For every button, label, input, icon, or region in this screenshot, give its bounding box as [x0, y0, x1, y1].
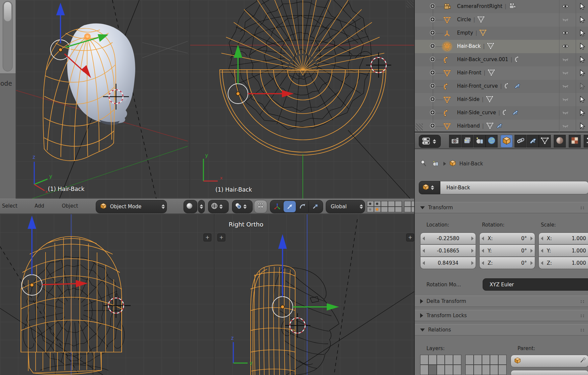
outliner-row-hairband[interactable]: Hairband| — [415, 120, 588, 133]
outliner-row-hair-front[interactable]: Hair-Front| — [415, 66, 588, 80]
outliner-item-name[interactable]: Hair-Back| — [457, 42, 494, 51]
visibility-toggle[interactable] — [562, 109, 569, 118]
manipulator-translate[interactable] — [272, 234, 339, 317]
outliner-item-name[interactable]: Hair-Back_curve.001| — [457, 55, 522, 64]
mode-dropdown[interactable]: Object Mode — [96, 200, 167, 213]
tab-texture[interactable] — [569, 135, 581, 147]
selectability-toggle[interactable] — [578, 29, 586, 38]
object-layers-widget-2[interactable] — [465, 355, 507, 375]
object-id-dropdown[interactable] — [419, 181, 440, 194]
tab-constraints[interactable] — [515, 135, 527, 147]
outliner-row-empty[interactable]: Empty| — [415, 27, 588, 40]
viewport-perspective[interactable]: z y x (1) Hair-Back — [16, 0, 190, 199]
viewport-front[interactable]: + — [0, 214, 214, 375]
tab-scene[interactable] — [474, 135, 486, 147]
selectability-toggle[interactable] — [578, 96, 586, 104]
outliner-item-name[interactable]: Circle| — [457, 16, 485, 24]
expand-icon[interactable] — [430, 44, 436, 51]
location-x-field[interactable]: -0.22580 — [420, 233, 476, 244]
expand-icon[interactable] — [430, 4, 436, 11]
region-expand-button[interactable]: + — [217, 234, 225, 241]
outliner-row-circle[interactable]: Circle| — [415, 13, 588, 27]
panel-relations-header[interactable]: Relations — [415, 324, 588, 335]
selectability-toggle[interactable] — [578, 122, 586, 131]
outliner-row-hair-side[interactable]: Hair-Side| — [415, 93, 588, 106]
eyedropper-icon[interactable] — [580, 357, 586, 365]
layers-widget[interactable] — [367, 201, 402, 212]
manipulator-scale-toggle[interactable] — [309, 201, 321, 212]
menu-add[interactable]: Add — [35, 203, 44, 209]
selectability-toggle[interactable] — [578, 43, 586, 51]
expand-icon[interactable] — [430, 123, 436, 131]
outliner-item-name[interactable]: Hairband| — [457, 122, 503, 131]
editor-type-button[interactable] — [419, 135, 441, 148]
selectability-toggle[interactable] — [578, 109, 586, 118]
tab-object-data[interactable] — [539, 135, 551, 147]
selectability-toggle[interactable] — [578, 3, 586, 11]
visibility-toggle[interactable] — [562, 16, 569, 25]
visibility-toggle[interactable] — [562, 69, 569, 78]
tab-render-layers[interactable] — [461, 135, 473, 147]
selectability-toggle[interactable] — [578, 69, 586, 78]
expand-icon[interactable] — [430, 57, 436, 64]
snap-toggle-button[interactable] — [254, 200, 267, 213]
visibility-toggle[interactable] — [562, 83, 569, 91]
visibility-toggle[interactable] — [562, 43, 569, 51]
rotation-y-field[interactable]: Y:0° — [479, 245, 535, 257]
visibility-toggle[interactable] — [562, 56, 569, 65]
scale-y-field[interactable]: Y:1.000 — [538, 245, 588, 257]
viewport-top[interactable]: y x (1) Hair-Back — [190, 0, 414, 199]
parent-field[interactable] — [511, 355, 588, 367]
panel-transform-header[interactable]: Transform — [415, 202, 588, 213]
outliner-item-name[interactable]: CameraFrontRight| — [457, 2, 516, 11]
selectability-toggle[interactable] — [578, 82, 586, 91]
pin-icon[interactable] — [420, 160, 427, 168]
outliner-row-hair-side-curve[interactable]: Hair-Side_curve| — [415, 106, 588, 120]
menu-select[interactable]: Select — [2, 203, 17, 209]
tab-modifiers[interactable] — [527, 135, 539, 147]
outliner-row-hair-back[interactable]: Hair-Back| — [415, 40, 588, 53]
rotation-mode-dropdown[interactable]: XYZ Euler — [483, 278, 588, 291]
expand-icon[interactable] — [430, 97, 436, 104]
expand-icon[interactable] — [430, 70, 436, 77]
outliner-row-hair-back-curve-001[interactable]: Hair-Back_curve.001| — [415, 53, 588, 66]
visibility-toggle[interactable] — [562, 3, 569, 12]
viewport-resize-grip[interactable] — [406, 1, 413, 8]
outliner-item-name[interactable]: Hair-Front_curve| — [457, 82, 521, 91]
scale-z-field[interactable]: Z:1.000 — [538, 257, 588, 269]
panel-transform-locks-header[interactable]: Transform Locks — [415, 310, 588, 321]
strip-scrollbar[interactable] — [3, 1, 13, 71]
manipulator-rotate-toggle[interactable] — [296, 201, 309, 212]
expand-icon[interactable] — [430, 110, 436, 117]
panel-delta-transform-header[interactable]: Delta Transform — [415, 296, 588, 307]
visibility-toggle[interactable] — [562, 30, 569, 38]
manipulator-translate-toggle[interactable] — [284, 201, 296, 212]
rotation-x-field[interactable]: X:0° — [479, 233, 535, 244]
tab-world[interactable] — [486, 135, 498, 147]
expand-icon[interactable] — [430, 30, 436, 38]
outliner-item-name[interactable]: Hair-Side_curve| — [457, 109, 519, 117]
menu-object[interactable]: Object — [62, 203, 78, 209]
tab-render[interactable] — [449, 135, 461, 147]
expand-icon[interactable] — [430, 83, 436, 91]
object-layers-widget[interactable] — [420, 355, 461, 375]
location-z-field[interactable]: 0.84934 — [420, 257, 476, 269]
selectability-toggle[interactable] — [578, 16, 586, 25]
shading-dropdown[interactable] — [183, 200, 197, 213]
visibility-toggle[interactable] — [562, 123, 569, 131]
viewport-right[interactable]: z y Right Ortho + + — [214, 214, 414, 375]
rotation-z-field[interactable]: Z:0° — [479, 257, 535, 269]
selectability-toggle[interactable] — [578, 56, 586, 64]
expand-icon[interactable] — [430, 17, 436, 24]
outliner-item-name[interactable]: Hair-Side| — [457, 95, 493, 104]
shading-arrows[interactable] — [198, 200, 205, 213]
pivot-dropdown[interactable] — [208, 200, 229, 213]
outliner-item-name[interactable]: Empty| — [457, 29, 487, 38]
region-expand-button[interactable]: + — [203, 234, 211, 241]
visibility-toggle[interactable] — [562, 96, 569, 105]
tab-particles[interactable] — [584, 135, 588, 147]
proportional-edit-dropdown[interactable] — [232, 200, 253, 213]
tab-object[interactable] — [501, 135, 513, 147]
region-expand-button[interactable]: + — [406, 234, 414, 241]
outliner-row-hair-front-curve[interactable]: Hair-Front_curve| — [415, 80, 588, 93]
